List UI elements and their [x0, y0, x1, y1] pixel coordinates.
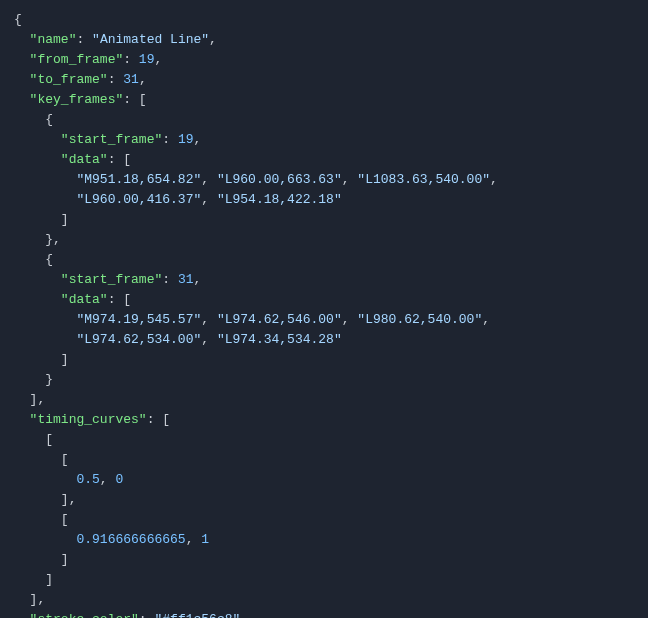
val-from-frame: 19: [139, 52, 155, 67]
tc-11: 1: [201, 532, 209, 547]
key-start-frame-2: "start_frame": [61, 272, 162, 287]
key-key-frames: "key_frames": [30, 92, 124, 107]
key-name: "name": [30, 32, 77, 47]
tc-00: 0.5: [76, 472, 99, 487]
val-name: "Animated Line": [92, 32, 209, 47]
json-code-block: { "name": "Animated Line", "from_frame":…: [0, 0, 648, 618]
key-start-frame-1: "start_frame": [61, 132, 162, 147]
val-kf1-start: 19: [178, 132, 194, 147]
key-stroke-color: "stroke_color": [30, 612, 139, 618]
tc-10: 0.916666666665: [76, 532, 185, 547]
key-timing-curves: "timing_curves": [30, 412, 147, 427]
kf1-d4: "L954.18,422.18": [217, 192, 342, 207]
val-stroke-color: "#ff1c56c8": [154, 612, 240, 618]
kf2-d4: "L974.34,534.28": [217, 332, 342, 347]
kf1-d3: "L960.00,416.37": [76, 192, 201, 207]
kf2-d2: "L980.62,540.00": [357, 312, 482, 327]
kf2-d1: "L974.62,546.00": [217, 312, 342, 327]
key-data-1: "data": [61, 152, 108, 167]
key-to-frame: "to_frame": [30, 72, 108, 87]
val-to-frame: 31: [123, 72, 139, 87]
kf1-d0: "M951.18,654.82": [76, 172, 201, 187]
brace-open: {: [14, 12, 22, 27]
key-from-frame: "from_frame": [30, 52, 124, 67]
kf1-d2: "L1083.63,540.00": [357, 172, 490, 187]
kf1-d1: "L960.00,663.63": [217, 172, 342, 187]
kf2-d3: "L974.62,534.00": [76, 332, 201, 347]
key-data-2: "data": [61, 292, 108, 307]
kf2-d0: "M974.19,545.57": [76, 312, 201, 327]
val-kf2-start: 31: [178, 272, 194, 287]
tc-01: 0: [115, 472, 123, 487]
